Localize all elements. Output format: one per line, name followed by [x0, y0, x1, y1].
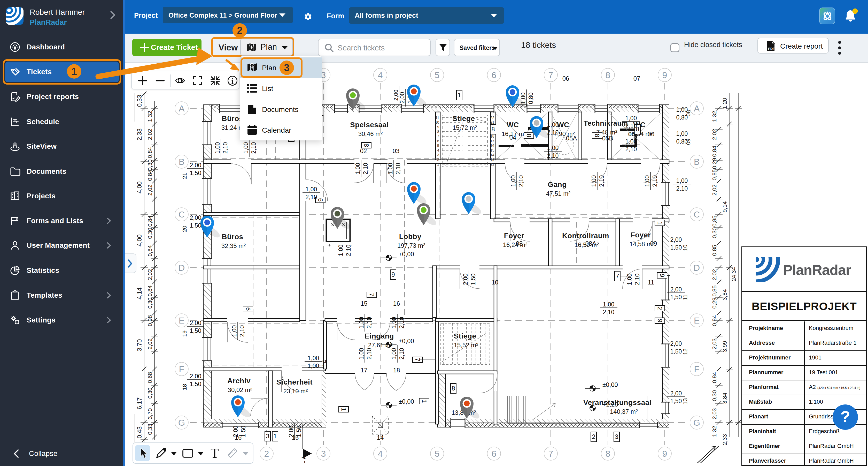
svg-text:3: 3	[284, 62, 289, 73]
svg-text:2: 2	[237, 25, 242, 36]
svg-text:1: 1	[71, 66, 77, 77]
